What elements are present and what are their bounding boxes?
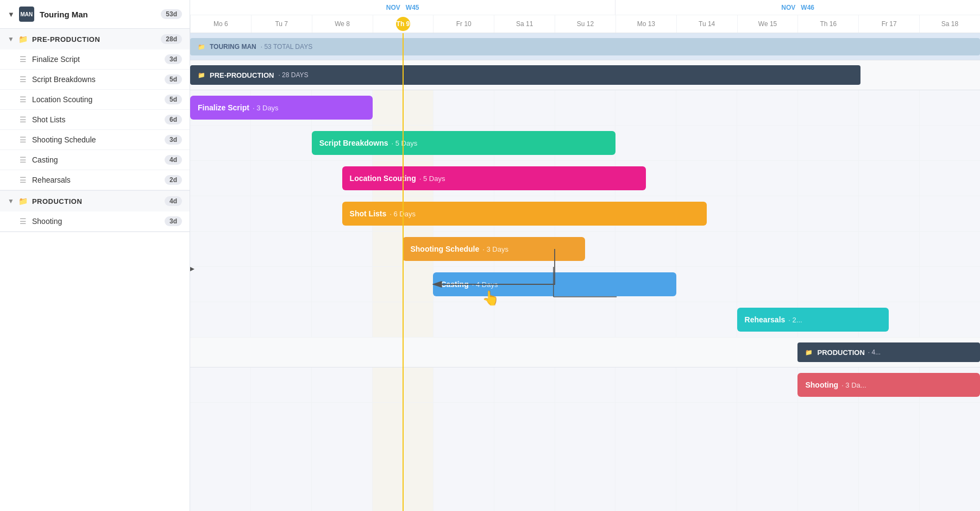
day-labels-row: Mo 6 Tu 7 We 8 Th 9 Fr 10 Sa 11 Su 12 Mo… <box>190 15 980 33</box>
pre-production-bar-folder-icon: 📁 <box>198 72 205 79</box>
day-tu7: Tu 7 <box>251 15 312 33</box>
pre-production-bar-label: PRE-PRODUCTION <box>210 71 274 79</box>
day-tu14: Tu 14 <box>676 15 737 33</box>
day-fr17: Fr 17 <box>858 15 919 33</box>
location-scouting-gantt-row: Location Scouting · 5 Days <box>190 161 980 196</box>
week-w45-label: NOV W45 <box>190 0 615 15</box>
script-breakdowns-bar-label: Script Breakdowns <box>319 139 388 147</box>
gantt-body: 📁 TOURING MAN · 53 TOTAL DAYS 📁 PRE-PROD… <box>190 33 980 511</box>
shooting-schedule-bar-days: · 3 Days <box>482 245 508 253</box>
casting-bar[interactable]: Casting · 4 Days <box>433 272 676 296</box>
location-scouting-bar-label: Location Scouting <box>350 174 416 183</box>
pre-production-badge: 28d <box>161 34 182 44</box>
casting-bar-label: Casting <box>441 280 468 289</box>
project-bar-label: TOURING MAN <box>210 43 256 51</box>
shooting-bar-label: Shooting <box>805 381 838 389</box>
day-we8: We 8 <box>312 15 373 33</box>
sidebar: ▼ MAN Touring Man 53d ▼ 📁 PRE-PRODUCTION… <box>0 0 190 511</box>
project-row[interactable]: ▼ MAN Touring Man 53d <box>0 0 190 29</box>
rehearsals-bar[interactable]: Rehearsals · 2... <box>737 308 889 332</box>
sidebar-item-script-breakdowns[interactable]: ☰ Script Breakdowns 5d <box>0 70 190 90</box>
task-icon: ☰ <box>20 75 27 84</box>
shooting-schedule-label: Shooting Schedule <box>32 135 165 144</box>
day-mo6: Mo 6 <box>190 15 251 33</box>
shot-lists-label: Shot Lists <box>32 115 165 124</box>
folder-icon: 📁 <box>18 35 28 43</box>
sidebar-item-rehearsals[interactable]: ☰ Rehearsals 2d <box>0 170 190 190</box>
sidebar-item-location-scouting[interactable]: ☰ Location Scouting 5d <box>0 90 190 110</box>
day-su12: Su 12 <box>555 15 615 33</box>
shot-lists-bar-days: · 6 Days <box>390 210 416 218</box>
project-icon: MAN <box>19 7 34 22</box>
today-circle: Th 9 <box>396 17 410 31</box>
rehearsals-badge: 2d <box>165 175 182 185</box>
finalize-script-label: Finalize Script <box>32 55 165 64</box>
day-mo13: Mo 13 <box>615 15 676 33</box>
location-scouting-label: Location Scouting <box>32 95 165 104</box>
production-chevron[interactable]: ▼ <box>8 197 14 205</box>
rehearsals-gantt-row: Rehearsals · 2... <box>190 302 980 338</box>
script-breakdowns-label: Script Breakdowns <box>32 75 165 84</box>
project-bar-folder-icon: 📁 <box>198 43 205 51</box>
project-bar[interactable]: 📁 TOURING MAN · 53 TOTAL DAYS <box>190 38 980 55</box>
pre-production-label: PRE-PRODUCTION <box>32 35 161 43</box>
rehearsals-bar-label: Rehearsals <box>745 315 786 324</box>
shooting-label: Shooting <box>32 217 165 226</box>
location-scouting-bar-days: · 5 Days <box>419 175 445 183</box>
day-sa18: Sa 18 <box>919 15 980 33</box>
production-header[interactable]: ▼ 📁 PRODUCTION 4d <box>0 191 190 211</box>
casting-label: Casting <box>32 155 165 164</box>
shooting-schedule-badge: 3d <box>165 135 182 145</box>
sidebar-item-shot-lists[interactable]: ☰ Shot Lists 6d <box>0 110 190 130</box>
shooting-gantt-row: Shooting · 3 Da... <box>190 367 980 403</box>
project-gantt-row: 📁 TOURING MAN · 53 TOTAL DAYS <box>190 33 980 60</box>
shooting-schedule-bar[interactable]: Shooting Schedule · 3 Days <box>403 237 585 261</box>
finalize-script-bar[interactable]: Finalize Script · 3 Days <box>190 96 373 120</box>
shot-lists-bar-label: Shot Lists <box>350 209 387 218</box>
shooting-schedule-gantt-row: Shooting Schedule · 3 Days <box>190 232 980 267</box>
finalize-script-bar-label: Finalize Script <box>198 103 249 112</box>
location-scouting-badge: 5d <box>165 95 182 104</box>
production-bar-label: PRODUCTION <box>817 348 864 357</box>
finalize-script-badge: 3d <box>165 54 182 64</box>
task-icon: ☰ <box>20 55 27 64</box>
finalize-script-bar-days: · 3 Days <box>253 104 279 112</box>
sidebar-item-casting[interactable]: ☰ Casting 4d <box>0 150 190 170</box>
script-breakdowns-bar-days: · 5 Days <box>392 139 418 147</box>
day-fr10: Fr 10 <box>433 15 494 33</box>
pre-production-bar[interactable]: 📁 PRE-PRODUCTION · 28 DAYS <box>190 65 860 85</box>
gantt-main: NOV W45 NOV W46 Mo 6 Tu 7 We 8 Th 9 Fr 1… <box>190 0 980 511</box>
sidebar-item-shooting-schedule[interactable]: ☰ Shooting Schedule 3d <box>0 130 190 150</box>
task-icon: ☰ <box>20 135 27 144</box>
script-breakdowns-bar[interactable]: Script Breakdowns · 5 Days <box>312 131 615 155</box>
location-scouting-bar[interactable]: Location Scouting · 5 Days <box>342 166 646 190</box>
day-th16: Th 16 <box>797 15 858 33</box>
pre-production-group: ▼ 📁 PRE-PRODUCTION 28d ☰ Finalize Script… <box>0 29 190 191</box>
shooting-bar[interactable]: Shooting · 3 Da... <box>797 373 980 397</box>
task-icon: ☰ <box>20 217 27 226</box>
script-breakdowns-gantt-row: Script Breakdowns · 5 Days <box>190 126 980 161</box>
pre-production-bar-sub: · 28 DAYS <box>278 71 308 79</box>
production-bar[interactable]: 📁 PRODUCTION · 4... <box>797 342 980 362</box>
task-icon: ☰ <box>20 95 27 104</box>
pre-production-chevron[interactable]: ▼ <box>8 35 14 43</box>
pre-production-header[interactable]: ▼ 📁 PRE-PRODUCTION 28d <box>0 29 190 49</box>
day-th9: Th 9 <box>373 15 434 33</box>
shooting-bar-days: · 3 Da... <box>841 381 866 389</box>
day-sa11: Sa 11 <box>494 15 555 33</box>
casting-bar-days: · 4 Days <box>472 281 498 289</box>
production-badge: 4d <box>165 196 182 206</box>
production-bar-sub: · 4... <box>868 348 881 356</box>
project-chevron[interactable]: ▼ <box>8 10 15 18</box>
sidebar-item-finalize-script[interactable]: ☰ Finalize Script 3d <box>0 49 190 70</box>
sidebar-item-shooting[interactable]: ☰ Shooting 3d <box>0 211 190 232</box>
casting-gantt-row: Casting · 4 Days 👆 <box>190 267 980 302</box>
production-gantt-row: 📁 PRODUCTION · 4... <box>190 338 980 367</box>
shot-lists-bar[interactable]: Shot Lists · 6 Days <box>342 202 707 226</box>
production-group: ▼ 📁 PRODUCTION 4d ☰ Shooting 3d <box>0 191 190 232</box>
project-bar-sub: · 53 TOTAL DAYS <box>261 43 312 51</box>
production-bar-folder-icon: 📁 <box>805 349 813 356</box>
task-icon: ☰ <box>20 176 27 184</box>
shooting-badge: 3d <box>165 216 182 226</box>
day-we15: We 15 <box>737 15 798 33</box>
